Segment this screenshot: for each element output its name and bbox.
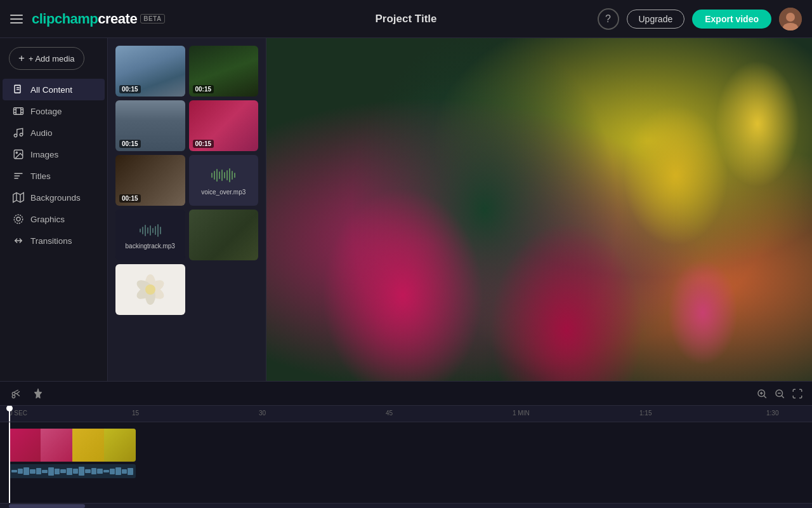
clip-thumb-seg-4 — [104, 429, 136, 462]
timeline-toolbar — [0, 382, 812, 406]
audio-waveform-clip[interactable] — [9, 464, 136, 478]
images-icon — [13, 149, 24, 160]
footage-icon — [13, 105, 24, 117]
audio-track-row — [9, 464, 803, 478]
svg-point-14 — [20, 133, 23, 137]
media-thumb-7[interactable]: backingtrack.mp3 — [115, 210, 185, 260]
media-thumb-9[interactable] — [115, 264, 185, 315]
zoom-fit-button[interactable] — [792, 388, 803, 399]
header: clipchampcreate BETA Project Title ? Upg… — [0, 0, 812, 38]
sidebar-label-footage: Footage — [30, 107, 62, 116]
media-thumb-8[interactable] — [189, 210, 259, 260]
timeline-ruler[interactable]: 0 SEC 15 30 45 1 MIN 1:15 1:30 — [0, 406, 812, 422]
thumb-duration-4: 00:15 — [193, 140, 214, 148]
wf-bar — [115, 467, 121, 475]
backgrounds-icon — [13, 192, 24, 203]
add-media-button[interactable]: + + Add media — [9, 47, 84, 70]
media-thumb-6[interactable]: voice_over.mp3 — [189, 155, 259, 206]
wf-bar — [42, 470, 48, 473]
flower-svg — [131, 271, 169, 309]
svg-line-32 — [764, 396, 766, 398]
svg-point-28 — [145, 284, 155, 295]
media-thumb-1[interactable]: 00:15 — [115, 46, 185, 97]
backing-track-filename: backingtrack.mp3 — [126, 243, 175, 250]
logo-beta-badge: BETA — [140, 14, 164, 23]
timeline-scrollbar[interactable] — [0, 503, 812, 508]
sidebar-label-all-content: All Content — [30, 85, 72, 95]
media-thumb-3[interactable]: 00:15 — [115, 100, 185, 151]
hamburger-menu-button[interactable] — [10, 15, 23, 23]
upgrade-button[interactable]: Upgrade — [627, 10, 685, 29]
clip-thumb-seg-1 — [9, 429, 41, 462]
video-clip-1[interactable] — [9, 429, 136, 462]
cut-tool-button[interactable] — [9, 386, 24, 401]
sidebar-label-backgrounds: Backgrounds — [30, 193, 81, 203]
avatar[interactable] — [779, 8, 802, 30]
media-grid: 00:15 00:15 00:15 00:15 00:15 — [115, 46, 258, 315]
export-button[interactable]: Export video — [692, 10, 771, 29]
ruler-label-15: 15 — [132, 410, 139, 417]
sidebar-label-audio: Audio — [30, 128, 53, 138]
zoom-in-button[interactable] — [756, 388, 768, 399]
sidebar: + + Add media All Content Footage Audio — [0, 38, 108, 381]
zoom-out-button[interactable] — [774, 388, 785, 399]
sidebar-item-backgrounds[interactable]: Backgrounds — [3, 187, 105, 208]
scissors-icon — [11, 388, 22, 399]
ruler-label-115: 1:15 — [639, 410, 652, 417]
svg-point-1 — [786, 13, 795, 22]
add-media-label: + Add media — [29, 54, 75, 64]
ruler-playhead-line — [9, 406, 10, 422]
sidebar-label-titles: Titles — [30, 171, 51, 181]
wf-bar — [55, 469, 60, 474]
waveform-bars — [11, 466, 133, 476]
svg-point-20 — [16, 217, 20, 221]
clip-thumbnails — [9, 429, 136, 462]
media-thumb-4[interactable]: 00:15 — [189, 100, 259, 151]
sidebar-item-transitions[interactable]: Transitions — [3, 230, 105, 251]
project-title[interactable]: Project Title — [376, 13, 437, 25]
wf-bar — [36, 468, 42, 474]
ruler-label-130: 1:30 — [766, 410, 778, 417]
sidebar-item-footage[interactable]: Footage — [3, 100, 105, 122]
sidebar-item-images[interactable]: Images — [3, 144, 105, 165]
file-icon — [13, 84, 24, 95]
main-area: + + Add media All Content Footage Audio — [0, 38, 812, 381]
sidebar-item-graphics[interactable]: Graphics — [3, 208, 105, 230]
pin-tool-button[interactable] — [30, 386, 46, 401]
sidebar-item-audio[interactable]: Audio — [3, 122, 105, 144]
svg-marker-17 — [13, 193, 24, 203]
wf-bar — [23, 467, 29, 475]
wf-bar — [11, 470, 17, 472]
svg-point-13 — [14, 134, 17, 137]
timeline-content[interactable] — [0, 422, 812, 503]
wf-bar — [97, 469, 103, 474]
wf-bar — [67, 468, 72, 475]
clip-thumb-seg-3 — [72, 429, 104, 462]
sidebar-label-transitions: Transitions — [30, 236, 72, 246]
sidebar-item-all-content[interactable]: All Content — [3, 79, 105, 100]
media-thumb-5[interactable]: 00:15 — [115, 155, 185, 206]
audio-icon — [13, 127, 24, 138]
svg-rect-3 — [15, 85, 20, 93]
media-thumb-2[interactable]: 00:15 — [189, 46, 259, 97]
audio-wave-7 — [140, 221, 161, 240]
scrollbar-thumb[interactable] — [9, 504, 85, 508]
help-button[interactable]: ? — [598, 8, 619, 30]
wf-bar — [18, 469, 23, 474]
thumb-duration-3: 00:15 — [119, 140, 141, 148]
sidebar-item-titles[interactable]: Titles — [3, 165, 105, 187]
wf-bar — [85, 469, 91, 473]
preview-area — [266, 38, 812, 381]
wf-bar — [91, 468, 97, 474]
wf-bar — [73, 469, 79, 474]
clip-thumb-seg-2 — [41, 429, 72, 462]
thumb-duration-5: 00:15 — [119, 194, 141, 203]
media-panel: 00:15 00:15 00:15 00:15 00:15 — [108, 38, 266, 381]
video-track — [9, 427, 803, 462]
header-actions: ? Upgrade Export video — [598, 8, 802, 30]
sidebar-label-images: Images — [30, 150, 58, 159]
wf-bar — [30, 469, 36, 474]
wf-bar — [122, 469, 128, 474]
pin-icon — [32, 388, 44, 399]
logo-create: create — [98, 11, 137, 27]
